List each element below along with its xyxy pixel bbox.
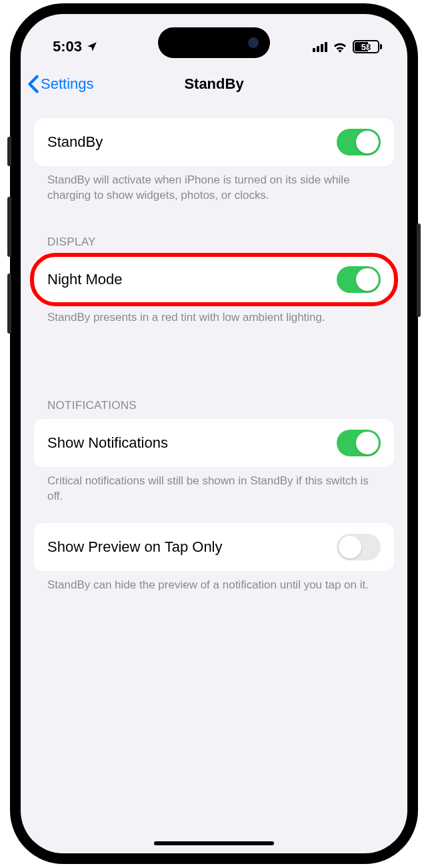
back-button[interactable]: Settings <box>27 75 94 93</box>
power-button <box>417 224 421 317</box>
show-notifications-footer: Critical notifications will still be sho… <box>34 467 394 504</box>
status-time: 5:03 <box>53 38 82 55</box>
silent-switch <box>7 137 11 166</box>
row-show-notifications[interactable]: Show Notifications <box>34 419 394 467</box>
show-preview-footer: StandBy can hide the preview of a notifi… <box>34 571 394 593</box>
back-label: Settings <box>41 75 94 93</box>
row-standby[interactable]: StandBy <box>34 118 394 166</box>
standby-label: StandBy <box>47 133 103 151</box>
volume-up-button <box>7 197 11 257</box>
notifications-header: NOTIFICATIONS <box>34 399 394 419</box>
page-title: StandBy <box>184 75 243 93</box>
battery-level: 58 <box>361 42 371 52</box>
night-mode-label: Night Mode <box>47 271 123 288</box>
camera-icon <box>248 37 259 48</box>
screen: 5:03 58 Settings StandBy <box>21 14 407 853</box>
display-header: DISPLAY <box>34 236 394 256</box>
battery-icon: 58 <box>353 40 382 53</box>
phone-frame: 5:03 58 Settings StandBy <box>10 3 418 864</box>
night-mode-toggle[interactable] <box>337 266 381 293</box>
chevron-left-icon <box>27 75 39 93</box>
cellular-icon <box>313 41 327 52</box>
row-show-preview[interactable]: Show Preview on Tap Only <box>34 523 394 571</box>
content: StandBy StandBy will activate when iPhon… <box>21 105 407 593</box>
home-indicator[interactable] <box>154 841 274 845</box>
standby-footer: StandBy will activate when iPhone is tur… <box>34 166 394 203</box>
show-notifications-toggle[interactable] <box>337 430 381 456</box>
location-icon <box>86 41 98 53</box>
show-preview-toggle[interactable] <box>337 534 381 560</box>
show-preview-label: Show Preview on Tap Only <box>47 538 223 556</box>
display-footer: StandBy presents in a red tint with low … <box>34 304 394 326</box>
group-display: DISPLAY Night Mode StandBy presents in a… <box>34 236 394 326</box>
dynamic-island <box>158 27 270 58</box>
wifi-icon <box>333 41 347 53</box>
group-preview: Show Preview on Tap Only StandBy can hid… <box>34 523 394 593</box>
row-night-mode[interactable]: Night Mode <box>34 256 394 304</box>
volume-down-button <box>7 274 11 334</box>
navigation-bar: Settings StandBy <box>21 63 407 105</box>
group-standby: StandBy StandBy will activate when iPhon… <box>34 118 394 203</box>
standby-toggle[interactable] <box>337 129 381 155</box>
show-notifications-label: Show Notifications <box>47 434 168 452</box>
group-notifications: NOTIFICATIONS Show Notifications Critica… <box>34 399 394 504</box>
